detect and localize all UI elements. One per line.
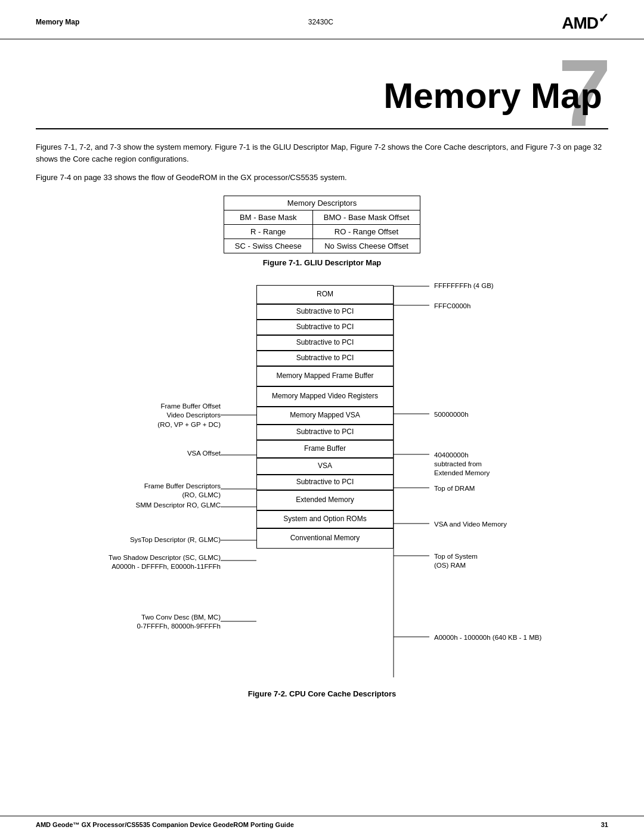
- mem-box-conventional-memory: Conventional Memory: [256, 528, 394, 549]
- mem-box-sub-pci-5: Subtractive to PCI: [256, 425, 394, 440]
- table-cell: BMO - Base Mask Offset: [312, 210, 420, 224]
- header-section-label: Memory Map: [36, 18, 79, 26]
- left-label-fb-desc: Frame Buffer Descriptors(RO, GLMC): [60, 482, 221, 500]
- mem-box-sub-pci-3: Subtractive to PCI: [256, 335, 394, 351]
- mem-box-sub-pci-1: Subtractive to PCI: [256, 304, 394, 320]
- table-header-row: Memory Descriptors: [224, 196, 420, 210]
- mem-box-mmvsa: Memory Mapped VSA: [256, 407, 394, 425]
- table-cell: RO - Range Offset: [312, 224, 420, 239]
- right-label-a0000: A0000h - 100000h (640 KB - 1 MB): [434, 633, 541, 642]
- descriptor-table: Memory Descriptors BM - Base Mask BMO - …: [224, 196, 421, 253]
- section-divider: [36, 128, 608, 129]
- figure-1-caption: Figure 7-1. GLIU Descriptor Map: [36, 258, 608, 267]
- mem-box-mmfb: Memory Mapped Frame Buffer: [256, 366, 394, 386]
- page-header: Memory Map 32430C AMD✓: [0, 0, 644, 39]
- right-label-top-dram: Top of DRAM: [434, 484, 475, 493]
- table-row: BM - Base Mask BMO - Base Mask Offset: [224, 210, 420, 224]
- body-paragraph-2: Figure 7-4 on page 33 shows the flow of …: [36, 172, 608, 184]
- table-cell: R - Range: [224, 224, 312, 239]
- mem-box-system-option-roms: System and Option ROMs: [256, 510, 394, 528]
- diagram-area: ROM Subtractive to PCI Subtractive to PC…: [36, 279, 608, 685]
- mem-box-fb: Frame Buffer: [256, 440, 394, 458]
- right-label-fffc: FFFC0000h: [434, 302, 470, 311]
- left-label-systop-desc: SysTop Descriptor (R, GLMC): [60, 535, 221, 545]
- chapter-heading-area: 7 Memory Map: [0, 39, 644, 116]
- left-label-vsa-offset: VSA Offset: [60, 449, 221, 459]
- right-label-vsa-video: VSA and Video Memory: [434, 520, 507, 529]
- right-label-4gb: FFFFFFFFh (4 GB): [434, 281, 494, 290]
- left-label-two-shadow: Two Shadow Descriptor (SC, GLMC)A0000h -…: [60, 553, 221, 572]
- right-label-top-system: Top of System(OS) RAM: [434, 552, 478, 570]
- mem-box-rom: ROM: [256, 285, 394, 304]
- figure-2-caption: Figure 7-2. CPU Core Cache Descriptors: [36, 689, 608, 698]
- page: Memory Map 32430C AMD✓ 7 Memory Map Figu…: [0, 0, 644, 833]
- diagram-container: ROM Subtractive to PCI Subtractive to PC…: [54, 285, 590, 679]
- table-row: SC - Swiss Cheese No Swiss Cheese Offset: [224, 239, 420, 253]
- right-label-5000: 50000000h: [434, 410, 469, 419]
- left-label-smm-desc: SMM Descriptor RO, GLMC: [60, 501, 221, 510]
- body-paragraph-1: Figures 7-1, 7-2, and 7-3 show the syste…: [36, 141, 608, 165]
- left-label-fb-offset: Frame Buffer OffsetVideo Descriptors(RO,…: [60, 402, 221, 430]
- table-row: R - Range RO - Range Offset: [224, 224, 420, 239]
- page-footer: AMD Geode™ GX Processor/CS5535 Companion…: [0, 816, 644, 833]
- table-cell: No Swiss Cheese Offset: [312, 239, 420, 253]
- amd-logo: AMD✓: [562, 11, 608, 33]
- mem-box-extended-memory: Extended Memory: [256, 490, 394, 510]
- footer-page-number: 31: [601, 821, 608, 828]
- mem-box-sub-pci-6: Subtractive to PCI: [256, 475, 394, 490]
- table-cell: BM - Base Mask: [224, 210, 312, 224]
- chapter-title: Memory Map: [383, 75, 602, 116]
- mem-box-sub-pci-4: Subtractive to PCI: [256, 351, 394, 366]
- header-doc-number: 32430C: [308, 18, 333, 26]
- memory-boxes-column: ROM Subtractive to PCI Subtractive to PC…: [256, 285, 394, 549]
- footer-left-text: AMD Geode™ GX Processor/CS5535 Companion…: [36, 821, 294, 828]
- descriptor-table-wrapper: Memory Descriptors BM - Base Mask BMO - …: [36, 196, 608, 253]
- left-label-two-conv: Two Conv Desc (BM, MC)0-7FFFFh, 80000h-9…: [60, 613, 221, 631]
- mem-box-sub-pci-2: Subtractive to PCI: [256, 320, 394, 335]
- body-content: Figures 7-1, 7-2, and 7-3 show the syste…: [0, 141, 644, 698]
- mem-box-vsa: VSA: [256, 458, 394, 475]
- table-cell: SC - Swiss Cheese: [224, 239, 312, 253]
- table-header-cell: Memory Descriptors: [224, 196, 420, 210]
- right-label-4040: 40400000hsubtracted fromExtended Memory: [434, 451, 490, 478]
- mem-box-mmvr: Memory Mapped Video Registers: [256, 386, 394, 407]
